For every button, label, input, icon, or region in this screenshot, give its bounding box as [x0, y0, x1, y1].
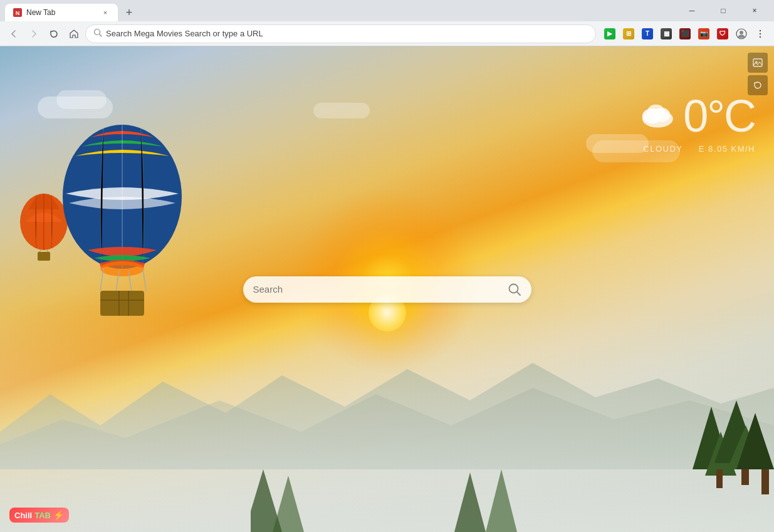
minimize-button[interactable]: ─: [677, 1, 706, 21]
chilltab-logo: Chill TAB ⚡: [9, 508, 69, 523]
svg-line-29: [143, 269, 146, 291]
active-tab[interactable]: N New Tab ×: [5, 4, 118, 21]
refresh-button[interactable]: [45, 25, 63, 43]
search-box: [243, 276, 531, 303]
svg-point-4: [740, 31, 743, 34]
tab-title: New Tab: [26, 8, 97, 17]
back-button[interactable]: [5, 25, 23, 43]
menu-button[interactable]: [751, 25, 769, 43]
svg-line-26: [100, 269, 103, 291]
temperature-display: 0°C: [683, 90, 755, 142]
navigation-bar: Search Mega Movies Search or type a URL …: [0, 21, 774, 46]
trees-left: [251, 469, 523, 532]
chilltab-lightning-icon: ⚡: [53, 510, 64, 520]
tab-favicon: N: [13, 8, 23, 18]
new-tab-page: 0°C CLOUDY E 8.05 KM/H: [0, 46, 774, 532]
search-icon: [93, 28, 102, 39]
chilltab-text: Chill: [14, 511, 32, 520]
address-bar[interactable]: Search Mega Movies Search or type a URL: [85, 24, 596, 43]
tab-strip: N New Tab × +: [5, 0, 677, 21]
svg-line-23: [47, 250, 48, 252]
weather-wind: E 8.05 KM/H: [699, 144, 755, 154]
svg-rect-39: [753, 59, 762, 66]
svg-point-37: [647, 105, 665, 119]
home-button[interactable]: [65, 25, 83, 43]
svg-marker-18: [454, 472, 486, 532]
cloud-weather-icon: [633, 99, 677, 133]
browser-chrome: N New Tab × + ─ □ ×: [0, 0, 774, 46]
ext-red-icon[interactable]: 🛡: [714, 25, 731, 43]
window-controls: ─ □ ×: [677, 1, 769, 21]
ext-darkred-icon[interactable]: ⬛: [676, 25, 694, 43]
svg-rect-21: [38, 252, 50, 261]
svg-text:N: N: [16, 10, 20, 16]
ext-play-icon[interactable]: ▶: [601, 25, 619, 43]
svg-marker-19: [486, 469, 517, 532]
search-button[interactable]: [508, 283, 521, 296]
ext-dark-icon[interactable]: ▦: [657, 25, 675, 43]
svg-line-22: [39, 250, 41, 252]
wallpaper-button[interactable]: [748, 53, 768, 73]
search-container: [243, 276, 531, 303]
corner-buttons: [748, 53, 768, 95]
maximize-button[interactable]: □: [709, 1, 738, 21]
svg-point-25: [100, 261, 144, 276]
ext-grid-icon[interactable]: ⊞: [620, 25, 637, 43]
svg-point-5: [760, 29, 761, 31]
weather-condition: CLOUDY: [643, 144, 682, 154]
profile-button[interactable]: [733, 25, 750, 43]
weather-widget: 0°C CLOUDY E 8.05 KM/H: [633, 90, 755, 154]
forward-button[interactable]: [25, 25, 43, 43]
svg-point-7: [760, 36, 761, 37]
svg-rect-15: [761, 469, 769, 494]
trees-right: [599, 394, 774, 532]
tab-close-button[interactable]: ×: [100, 8, 110, 18]
toolbar-icons: ▶ ⊞ T ▦ ⬛ 📷 🛡: [601, 25, 769, 43]
ext-blue-icon[interactable]: T: [639, 25, 656, 43]
search-input[interactable]: [253, 284, 501, 295]
svg-rect-10: [716, 469, 723, 488]
weather-main: 0°C: [633, 90, 755, 142]
svg-point-6: [760, 33, 761, 34]
chilltab-tab-text: TAB: [34, 511, 51, 520]
new-tab-button[interactable]: +: [120, 4, 138, 21]
refresh-wallpaper-button[interactable]: [748, 75, 768, 95]
close-button[interactable]: ×: [740, 1, 769, 21]
address-text: Search Mega Movies Search or type a URL: [106, 29, 588, 38]
weather-details: CLOUDY E 8.05 KM/H: [633, 144, 755, 154]
ext-orange-icon[interactable]: 📷: [695, 25, 713, 43]
title-bar: N New Tab × + ─ □ ×: [0, 0, 774, 21]
svg-rect-30: [100, 291, 144, 316]
svg-marker-17: [273, 476, 304, 532]
chilltab-badge[interactable]: Chill TAB ⚡: [9, 508, 69, 523]
